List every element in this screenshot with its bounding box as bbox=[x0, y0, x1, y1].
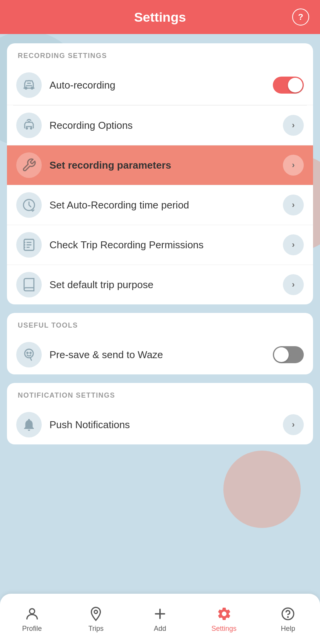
chevron-right-icon: › bbox=[292, 200, 294, 210]
svg-point-10 bbox=[94, 610, 97, 613]
car-wifi-icon bbox=[22, 118, 36, 133]
set-auto-recording-time-row[interactable]: Set Auto-Recording time period › bbox=[7, 185, 313, 225]
help-button[interactable]: ? bbox=[292, 9, 309, 26]
nav-item-settings[interactable]: Settings bbox=[192, 605, 256, 633]
svg-point-7 bbox=[27, 352, 28, 354]
waze-icon bbox=[22, 347, 36, 362]
svg-point-8 bbox=[30, 352, 31, 354]
help-nav-icon bbox=[279, 605, 296, 622]
set-default-trip-purpose-label: Set default trip purpose bbox=[49, 279, 283, 291]
svg-point-6 bbox=[25, 349, 33, 358]
auto-recording-icon-circle bbox=[16, 72, 42, 98]
nav-item-help[interactable]: Help bbox=[256, 605, 320, 633]
clock-arrow-icon bbox=[22, 198, 36, 212]
add-nav-label: Add bbox=[154, 625, 166, 633]
chevron-right-icon: › bbox=[292, 240, 294, 250]
set-default-trip-purpose-row[interactable]: Set default trip purpose › bbox=[7, 265, 313, 304]
nav-item-add[interactable]: Add bbox=[128, 605, 192, 633]
set-auto-recording-time-label: Set Auto-Recording time period bbox=[49, 199, 283, 211]
recording-options-row[interactable]: Recording Options › bbox=[7, 106, 313, 145]
set-auto-recording-time-icon-circle bbox=[16, 192, 42, 218]
bell-icon bbox=[22, 417, 36, 432]
recording-options-chevron[interactable]: › bbox=[283, 115, 304, 136]
settings-icon bbox=[216, 605, 233, 622]
page-title: Settings bbox=[134, 10, 186, 25]
pre-save-waze-row[interactable]: Pre-save & send to Waze bbox=[7, 335, 313, 374]
useful-tools-card: USEFUL TOOLS Pre-save & send to Waze bbox=[7, 313, 313, 374]
recording-options-icon-circle bbox=[16, 113, 42, 138]
trips-icon bbox=[87, 605, 104, 622]
auto-recording-label: Auto-recording bbox=[49, 79, 273, 91]
chevron-right-icon: › bbox=[292, 160, 294, 170]
set-default-trip-purpose-chevron[interactable]: › bbox=[283, 274, 304, 295]
set-recording-parameters-chevron[interactable]: › bbox=[283, 155, 304, 176]
push-notifications-icon-circle bbox=[16, 412, 42, 437]
pre-save-waze-icon-circle bbox=[16, 342, 42, 367]
set-recording-parameters-row[interactable]: Set recording parameters › bbox=[7, 145, 313, 185]
nav-item-profile[interactable]: Profile bbox=[0, 605, 64, 633]
help-icon: ? bbox=[298, 12, 303, 22]
car-recording-icon bbox=[22, 78, 36, 92]
add-icon bbox=[151, 605, 169, 622]
check-trip-recording-permissions-chevron[interactable]: › bbox=[283, 234, 304, 255]
chevron-right-icon: › bbox=[292, 420, 294, 430]
check-trip-recording-permissions-label: Check Trip Recording Permissions bbox=[49, 239, 283, 251]
profile-nav-label: Profile bbox=[22, 625, 42, 633]
pre-save-waze-toggle[interactable] bbox=[273, 346, 304, 363]
settings-content: RECORDING SETTINGS Auto-recording bbox=[0, 34, 320, 594]
recording-settings-label: RECORDING SETTINGS bbox=[7, 43, 313, 65]
profile-icon bbox=[24, 605, 41, 622]
set-recording-parameters-label: Set recording parameters bbox=[49, 159, 283, 171]
push-notifications-label: Push Notifications bbox=[49, 419, 283, 431]
svg-point-2 bbox=[26, 128, 27, 129]
checklist-icon bbox=[22, 237, 36, 252]
chevron-right-icon: › bbox=[292, 120, 294, 130]
recording-options-label: Recording Options bbox=[49, 120, 283, 132]
auto-recording-toggle[interactable] bbox=[273, 77, 304, 94]
useful-tools-label: USEFUL TOOLS bbox=[7, 313, 313, 335]
svg-point-3 bbox=[31, 128, 32, 129]
app-header: Settings ? bbox=[0, 0, 320, 34]
recording-settings-card: RECORDING SETTINGS Auto-recording bbox=[7, 43, 313, 304]
push-notifications-row[interactable]: Push Notifications › bbox=[7, 405, 313, 444]
notification-settings-card: NOTIFICATION SETTINGS Push Notifications… bbox=[7, 383, 313, 444]
set-recording-parameters-icon-circle bbox=[16, 152, 42, 178]
check-trip-icon-circle bbox=[16, 232, 42, 258]
push-notifications-chevron[interactable]: › bbox=[283, 414, 304, 435]
svg-point-12 bbox=[288, 617, 288, 617]
help-nav-label: Help bbox=[281, 625, 295, 633]
pre-save-waze-label: Pre-save & send to Waze bbox=[49, 349, 273, 361]
settings-nav-label: Settings bbox=[211, 625, 237, 633]
set-auto-recording-time-chevron[interactable]: › bbox=[283, 195, 304, 215]
auto-recording-row[interactable]: Auto-recording bbox=[7, 65, 313, 105]
bottom-navigation: Profile Trips Add Settings bbox=[0, 594, 320, 644]
check-trip-recording-permissions-row[interactable]: Check Trip Recording Permissions › bbox=[7, 225, 313, 265]
set-default-trip-purpose-icon-circle bbox=[16, 272, 42, 297]
notification-settings-label: NOTIFICATION SETTINGS bbox=[7, 383, 313, 405]
wrench-icon bbox=[22, 158, 36, 173]
book-icon bbox=[22, 277, 36, 292]
trips-nav-label: Trips bbox=[89, 625, 104, 633]
svg-point-9 bbox=[29, 608, 34, 613]
nav-item-trips[interactable]: Trips bbox=[64, 605, 128, 633]
chevron-right-icon: › bbox=[292, 280, 294, 290]
